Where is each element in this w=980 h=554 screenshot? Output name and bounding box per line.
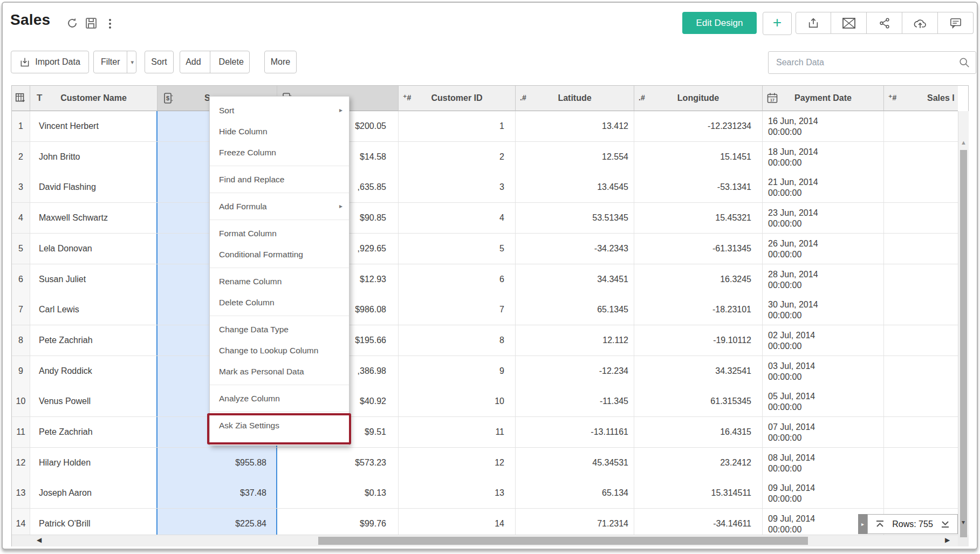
cell-longitude[interactable]: -18.23101	[634, 295, 763, 325]
refresh-button[interactable]	[66, 17, 80, 31]
menu-item-hide-column[interactable]: Hide Column	[210, 121, 349, 142]
cell-customer_id[interactable]: 2	[399, 142, 516, 172]
cell-num[interactable]: 5	[12, 234, 30, 264]
cell-customer_name[interactable]: Joseph Aaron	[30, 478, 157, 508]
horizontal-scrollbar-thumb[interactable]	[318, 537, 808, 545]
cell-payment_date[interactable]: 16 Jun, 201400:00:00	[763, 111, 884, 141]
cell-empty[interactable]	[884, 142, 958, 172]
cell-payment_date[interactable]: 05 Jul, 201400:00:00	[763, 386, 884, 416]
comments-button[interactable]	[938, 12, 974, 34]
cell-num[interactable]: 8	[12, 325, 30, 355]
scroll-up-icon[interactable]: ▲	[961, 139, 967, 146]
cell-payment_date[interactable]: 23 Jun, 201400:00:00	[763, 203, 884, 233]
menu-item-find-and-replace[interactable]: Find and Replace	[210, 169, 349, 190]
menu-item-delete-column[interactable]: Delete Column	[210, 292, 349, 313]
select-all-header[interactable]	[12, 86, 30, 111]
cell-customer_id[interactable]: 13	[399, 478, 516, 508]
cell-payment_date[interactable]: 09 Jul, 201400:00:00	[763, 478, 884, 508]
cell-payment_date[interactable]: 02 Jul, 201400:00:00	[763, 325, 884, 355]
cell-empty[interactable]	[884, 234, 958, 264]
cell-latitude[interactable]: 65.1345	[516, 295, 634, 325]
cell-num[interactable]: 10	[12, 386, 30, 416]
cell-customer_name[interactable]: David Flashing	[30, 172, 157, 202]
cell-num[interactable]: 11	[12, 417, 30, 447]
cell-longitude[interactable]: 15.45321	[634, 203, 763, 233]
cell-longitude[interactable]: -34.14611	[634, 509, 763, 535]
share-button[interactable]	[867, 12, 902, 34]
cell-customer_name[interactable]: Pete Zachriah	[30, 325, 157, 355]
cell-latitude[interactable]: 71.2314	[516, 509, 634, 535]
cell-longitude[interactable]: -61.31345	[634, 234, 763, 264]
sort-button[interactable]: Sort	[145, 51, 174, 73]
edit-design-button[interactable]: Edit Design	[682, 12, 757, 34]
export-button[interactable]	[796, 12, 831, 34]
cell-num[interactable]: 1	[12, 111, 30, 141]
cell-latitude[interactable]: 65.134	[516, 478, 634, 508]
cell-customer_name[interactable]: Vincent Herbert	[30, 111, 157, 141]
cell-customer_name[interactable]: Pete Zachriah	[30, 417, 157, 447]
save-button[interactable]	[85, 17, 99, 31]
cell-empty[interactable]	[884, 111, 958, 141]
cell-num[interactable]: 12	[12, 448, 30, 478]
cell-latitude[interactable]: 13.4545	[516, 172, 634, 202]
cell-payment_date[interactable]: 30 Jun, 201400:00:00	[763, 295, 884, 325]
add-new-button[interactable]: +	[763, 12, 792, 35]
column-header-sales-id[interactable]: ⁺# Sales I	[884, 86, 958, 111]
rows-widget-caret-button[interactable]: ▾	[958, 515, 968, 529]
cell-customer_name[interactable]: Patrick O'Brill	[30, 509, 157, 535]
cell-empty[interactable]	[884, 417, 958, 447]
cell-empty[interactable]	[884, 172, 958, 202]
cell-longitude[interactable]: 61.315345	[634, 386, 763, 416]
scroll-right-icon[interactable]: ▶	[945, 536, 950, 544]
cell-latitude[interactable]: 53.51345	[516, 203, 634, 233]
cell-customer_id[interactable]: 10	[399, 386, 516, 416]
cell-customer_name[interactable]: Andy Roddick	[30, 356, 157, 386]
cell-latitude[interactable]: -13.11161	[516, 417, 634, 447]
cell-customer_name[interactable]: Hilary Holden	[30, 448, 157, 478]
vertical-scrollbar-thumb[interactable]	[960, 150, 967, 537]
cell-s_value[interactable]: $37.48	[156, 478, 277, 508]
menu-item-change-to-lookup-column[interactable]: Change to Lookup Column	[210, 340, 349, 361]
cell-latitude[interactable]: 13.412	[516, 111, 634, 141]
cell-customer_id[interactable]: 5	[399, 234, 516, 264]
menu-item-change-data-type[interactable]: Change Data Type	[210, 319, 349, 340]
go-to-first-row-button[interactable]	[875, 520, 885, 528]
menu-item-mark-as-personal-data[interactable]: Mark as Personal Data	[210, 361, 349, 382]
cell-customer_name[interactable]: Maxwell Schwartz	[30, 203, 157, 233]
cell-s_value[interactable]: $955.88	[156, 448, 277, 478]
cell-num[interactable]: 6	[12, 264, 30, 295]
go-to-last-row-button[interactable]	[941, 520, 950, 528]
cell-longitude[interactable]: 23.2412	[634, 448, 763, 478]
scroll-left-icon[interactable]: ◀	[37, 536, 42, 544]
publish-button[interactable]	[902, 12, 938, 34]
cell-empty[interactable]	[884, 203, 958, 233]
cell-customer_id[interactable]: 12	[399, 448, 516, 478]
cell-longitude[interactable]: 34.32541	[634, 356, 763, 386]
cell-customer_id[interactable]: 11	[399, 417, 516, 447]
cell-num[interactable]: 13	[12, 478, 30, 508]
cell-longitude[interactable]: -53.1341	[634, 172, 763, 202]
cell-latitude[interactable]: 34.3451	[516, 264, 634, 295]
cell-num[interactable]: 7	[12, 295, 30, 325]
email-button[interactable]	[831, 12, 867, 34]
horizontal-scrollbar[interactable]: ◀ ▶	[12, 535, 958, 546]
cell-customer_id[interactable]: 9	[399, 356, 516, 386]
cell-empty[interactable]	[884, 478, 958, 508]
cell-amount[interactable]: $0.13	[277, 478, 399, 508]
menu-item-sort[interactable]: Sort▸	[210, 100, 349, 121]
filter-dropdown-button[interactable]: ▾	[127, 51, 138, 73]
cell-customer_id[interactable]: 14	[399, 509, 516, 535]
cell-latitude[interactable]: 12.112	[516, 325, 634, 355]
cell-customer_id[interactable]: 7	[399, 295, 516, 325]
column-header-latitude[interactable]: .# Latitude	[516, 86, 634, 111]
cell-customer_name[interactable]: Carl Lewis	[30, 295, 157, 325]
cell-longitude[interactable]: 15.1451	[634, 142, 763, 172]
cell-empty[interactable]	[884, 448, 958, 478]
cell-longitude[interactable]: 15.314511	[634, 478, 763, 508]
cell-empty[interactable]	[884, 295, 958, 325]
cell-num[interactable]: 4	[12, 203, 30, 233]
add-button[interactable]: Add	[177, 51, 209, 73]
cell-latitude[interactable]: -34.2343	[516, 234, 634, 264]
cell-num[interactable]: 14	[12, 509, 30, 535]
menu-item-conditional-formatting[interactable]: Conditional Formatting	[210, 244, 349, 265]
